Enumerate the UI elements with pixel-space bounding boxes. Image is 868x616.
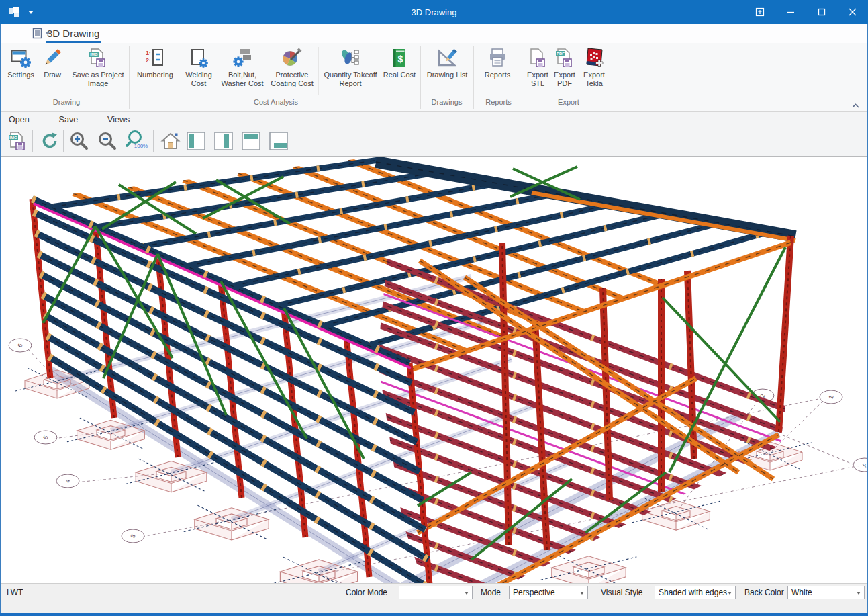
button-label: Settings (7, 71, 34, 79)
back-color-label: Back Color (744, 584, 784, 601)
menu-save[interactable]: Save (52, 115, 86, 124)
save-image-button[interactable]: IMG (5, 129, 30, 153)
toolbar-separator (63, 130, 64, 152)
close-icon (849, 8, 857, 16)
minimize-icon (787, 8, 795, 16)
quantity-takeoff-report-button[interactable]: Quantity Takeoff Report (320, 47, 381, 87)
numbering-button[interactable]: 1· 2· Numbering (132, 47, 179, 79)
save-as-project-image-button[interactable]: IMG Save as Project Image (68, 47, 128, 87)
zoom-out-button[interactable] (95, 129, 119, 153)
mode-value: Perspective (513, 588, 555, 597)
button-label: Quantity Takeoff Report (320, 71, 381, 87)
mode-label: Mode (481, 584, 501, 601)
zoom-in-icon (68, 130, 90, 152)
chevron-down-icon (465, 592, 469, 595)
zoom-out-icon (97, 130, 118, 152)
group-label-reports: Reports (473, 98, 524, 109)
real-cost-button[interactable]: $ Real Cost (381, 47, 418, 79)
view-toolbar: IMG (1, 128, 867, 156)
image-save-icon: IMG (87, 47, 109, 69)
chevron-down-icon (580, 592, 584, 595)
refresh-button[interactable] (38, 129, 62, 153)
protective-coating-cost-button[interactable]: Protective Coating Cost (267, 47, 318, 87)
ribbon-collapse-button[interactable] (851, 99, 860, 112)
button-label: Export Tekla (578, 71, 610, 87)
group-label-drawing: Drawing (4, 98, 129, 109)
settings-icon (10, 47, 32, 69)
minimize-button[interactable] (775, 0, 806, 24)
color-mode-select[interactable] (399, 586, 473, 599)
export-tekla-button[interactable]: Export Tekla (578, 47, 610, 87)
bolt-nut-washer-cost-button[interactable]: Bolt,Nut, Washer Cost (219, 47, 266, 87)
window-border-bottom (0, 613, 868, 616)
back-color-value: White (791, 588, 812, 597)
close-button[interactable] (837, 0, 868, 24)
refresh-icon (39, 130, 60, 152)
svg-text:1·: 1· (146, 50, 151, 56)
zoom-100-icon: 100% (124, 130, 150, 152)
window-controls (744, 0, 868, 24)
color-wheel-dropper-icon (281, 47, 303, 69)
button-label: Bolt,Nut, Washer Cost (219, 71, 266, 87)
home-view-button[interactable] (158, 129, 183, 153)
button-label: Drawing List (427, 71, 468, 79)
view-bottom-pane-button[interactable] (267, 129, 291, 153)
zoom-100-button[interactable]: 100% (124, 129, 150, 153)
window-border-left (0, 24, 1, 616)
quick-menu-row: Open Save Views (1, 112, 867, 128)
view-top-pane-button[interactable] (239, 129, 263, 153)
button-label: Reports (485, 71, 511, 79)
pane-right-icon (213, 130, 234, 152)
drawing-list-button[interactable]: Drawing List (423, 47, 471, 79)
visual-style-label: Visual Style (601, 584, 642, 601)
ribbon-tab-row: 3D Drawing (1, 24, 867, 43)
pencil-icon (42, 47, 63, 69)
window-arrow-icon (755, 7, 765, 17)
button-label: Save as Project Image (68, 71, 128, 87)
bolt-nut-washer-icon (232, 47, 253, 69)
maximize-icon (818, 8, 826, 16)
reports-button[interactable]: Reports (475, 47, 520, 79)
set-square-pencil-icon (436, 47, 458, 69)
button-label: Welding Cost (180, 71, 218, 87)
group-label-export: Export (524, 98, 614, 109)
menu-open[interactable]: Open (1, 115, 37, 124)
3d-drawing-canvas[interactable]: 6 5 4 3 2 1 A (1, 157, 867, 583)
button-label: Protective Coating Cost (267, 71, 318, 87)
maximize-button[interactable] (806, 0, 837, 24)
takeoff-tree-icon (340, 47, 361, 69)
mode-select[interactable]: Perspective (509, 586, 588, 599)
status-bar: LWT Color Mode Mode Perspective Visual S… (1, 583, 867, 601)
welding-cost-button[interactable]: Welding Cost (180, 47, 218, 87)
app-menu-button[interactable] (8, 5, 34, 19)
view-left-pane-button[interactable] (184, 129, 208, 153)
button-label: Export PDF (551, 71, 578, 87)
pane-left-icon (185, 130, 207, 152)
back-color-select[interactable]: White (787, 586, 865, 599)
printer-icon (487, 47, 508, 69)
3d-viewport[interactable]: 6 5 4 3 2 1 A (1, 156, 867, 583)
ribbon-display-button[interactable] (744, 0, 775, 24)
tab-3d-drawing[interactable]: 3D Drawing (46, 26, 101, 43)
svg-text:$: $ (398, 54, 403, 64)
zoom-in-button[interactable] (67, 129, 91, 153)
draw-button[interactable]: Draw (38, 47, 67, 79)
export-pdf-icon: PDF (554, 47, 575, 69)
image-save-icon: IMG (7, 130, 28, 152)
button-label: Export STL (524, 71, 551, 87)
export-stl-button[interactable]: Export STL (524, 47, 551, 87)
zoom-level-label: 100% (134, 143, 148, 149)
visual-style-select[interactable]: Shaded with edges (655, 586, 736, 599)
export-pdf-button[interactable]: PDF Export PDF (551, 47, 578, 87)
group-label-cost-analysis: Cost Analysis (132, 98, 420, 109)
welding-cost-icon (188, 47, 209, 69)
button-label: Real Cost (383, 71, 416, 79)
chevron-down-icon (857, 592, 861, 595)
numbering-icon: 1· 2· (144, 47, 166, 69)
visual-style-value: Shaded with edges (659, 588, 727, 597)
view-right-pane-button[interactable] (211, 129, 236, 153)
window-title: 3D Drawing (0, 7, 868, 17)
settings-button[interactable]: Settings (4, 47, 38, 79)
menu-views[interactable]: Views (100, 115, 137, 124)
group-separator (129, 46, 130, 109)
